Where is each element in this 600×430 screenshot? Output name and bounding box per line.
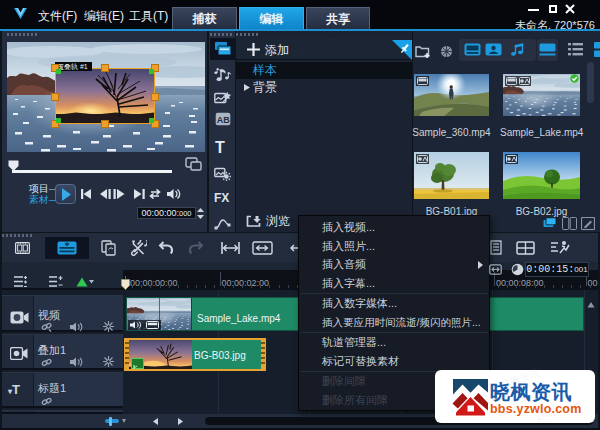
svg-text:AB: AB [217,115,230,125]
